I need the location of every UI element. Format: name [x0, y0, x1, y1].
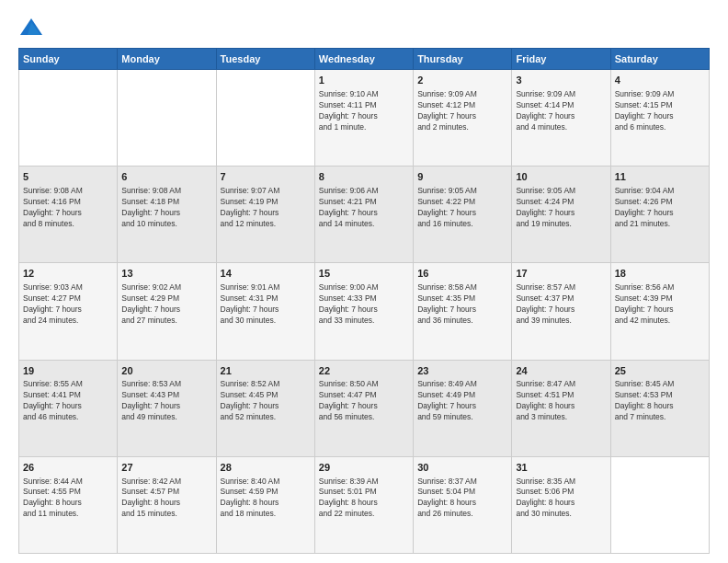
calendar-cell	[19, 70, 118, 167]
day-info: Sunrise: 9:00 AM Sunset: 4:33 PM Dayligh…	[319, 282, 409, 327]
day-number: 28	[221, 461, 311, 475]
day-info: Sunrise: 9:03 AM Sunset: 4:27 PM Dayligh…	[23, 282, 113, 327]
calendar-week-row: 12Sunrise: 9:03 AM Sunset: 4:27 PM Dayli…	[19, 263, 710, 360]
calendar-cell: 28Sunrise: 8:40 AM Sunset: 4:59 PM Dayli…	[216, 456, 314, 553]
day-number: 9	[417, 170, 507, 184]
weekday-header: Monday	[118, 49, 216, 70]
day-info: Sunrise: 9:07 AM Sunset: 4:19 PM Dayligh…	[221, 186, 311, 230]
weekday-header: Friday	[512, 49, 610, 70]
day-number: 2	[417, 74, 507, 87]
day-info: Sunrise: 8:37 AM Sunset: 5:04 PM Dayligh…	[417, 477, 507, 521]
day-info: Sunrise: 8:50 AM Sunset: 4:47 PM Dayligh…	[319, 379, 409, 423]
day-info: Sunrise: 9:09 AM Sunset: 4:12 PM Dayligh…	[417, 89, 507, 133]
day-number: 21	[221, 364, 311, 378]
day-info: Sunrise: 9:06 AM Sunset: 4:21 PM Dayligh…	[319, 186, 409, 230]
calendar: SundayMondayTuesdayWednesdayThursdayFrid…	[18, 48, 710, 554]
day-number: 4	[615, 74, 705, 87]
day-info: Sunrise: 8:56 AM Sunset: 4:39 PM Dayligh…	[615, 282, 705, 327]
day-info: Sunrise: 9:05 AM Sunset: 4:22 PM Dayligh…	[417, 186, 507, 230]
calendar-cell: 24Sunrise: 8:47 AM Sunset: 4:51 PM Dayli…	[512, 360, 610, 456]
day-number: 31	[516, 461, 606, 475]
weekday-header: Sunday	[19, 49, 118, 70]
day-info: Sunrise: 9:08 AM Sunset: 4:16 PM Dayligh…	[23, 186, 113, 230]
day-info: Sunrise: 8:52 AM Sunset: 4:45 PM Dayligh…	[221, 379, 311, 423]
calendar-cell: 16Sunrise: 8:58 AM Sunset: 4:35 PM Dayli…	[414, 263, 512, 360]
weekday-header: Thursday	[414, 49, 512, 70]
day-number: 25	[615, 364, 705, 378]
day-info: Sunrise: 9:10 AM Sunset: 4:11 PM Dayligh…	[319, 89, 409, 133]
calendar-header: SundayMondayTuesdayWednesdayThursdayFrid…	[19, 49, 710, 70]
day-info: Sunrise: 9:08 AM Sunset: 4:18 PM Dayligh…	[121, 186, 211, 230]
calendar-cell: 9Sunrise: 9:05 AM Sunset: 4:22 PM Daylig…	[414, 167, 512, 263]
calendar-cell: 21Sunrise: 8:52 AM Sunset: 4:45 PM Dayli…	[216, 360, 314, 456]
day-number: 24	[516, 364, 606, 378]
calendar-cell: 12Sunrise: 9:03 AM Sunset: 4:27 PM Dayli…	[19, 263, 118, 360]
day-info: Sunrise: 8:39 AM Sunset: 5:01 PM Dayligh…	[319, 477, 409, 521]
calendar-body: 1Sunrise: 9:10 AM Sunset: 4:11 PM Daylig…	[19, 70, 710, 554]
day-number: 17	[516, 267, 606, 281]
day-number: 22	[319, 364, 409, 378]
day-info: Sunrise: 8:40 AM Sunset: 4:59 PM Dayligh…	[221, 477, 311, 521]
calendar-cell: 7Sunrise: 9:07 AM Sunset: 4:19 PM Daylig…	[216, 167, 314, 263]
day-info: Sunrise: 9:01 AM Sunset: 4:31 PM Dayligh…	[221, 282, 311, 327]
calendar-cell: 23Sunrise: 8:49 AM Sunset: 4:49 PM Dayli…	[414, 360, 512, 456]
day-number: 15	[319, 267, 409, 281]
page: SundayMondayTuesdayWednesdayThursdayFrid…	[0, 0, 728, 563]
day-info: Sunrise: 9:09 AM Sunset: 4:15 PM Dayligh…	[615, 89, 705, 133]
calendar-cell: 14Sunrise: 9:01 AM Sunset: 4:31 PM Dayli…	[216, 263, 314, 360]
day-number: 27	[121, 461, 211, 475]
calendar-cell	[610, 456, 709, 553]
calendar-cell: 6Sunrise: 9:08 AM Sunset: 4:18 PM Daylig…	[118, 167, 216, 263]
day-info: Sunrise: 8:47 AM Sunset: 4:51 PM Dayligh…	[516, 379, 606, 423]
day-number: 29	[319, 461, 409, 475]
day-number: 26	[23, 461, 113, 475]
day-info: Sunrise: 8:44 AM Sunset: 4:55 PM Dayligh…	[23, 477, 113, 521]
day-info: Sunrise: 8:58 AM Sunset: 4:35 PM Dayligh…	[417, 282, 507, 327]
calendar-cell: 31Sunrise: 8:35 AM Sunset: 5:06 PM Dayli…	[512, 456, 610, 553]
day-number: 10	[516, 170, 606, 184]
day-number: 16	[417, 267, 507, 281]
day-info: Sunrise: 9:05 AM Sunset: 4:24 PM Dayligh…	[516, 186, 606, 230]
day-number: 19	[23, 364, 113, 378]
day-number: 3	[516, 74, 606, 87]
day-number: 1	[319, 74, 409, 87]
day-info: Sunrise: 8:55 AM Sunset: 4:41 PM Dayligh…	[23, 379, 113, 423]
calendar-cell	[118, 70, 216, 167]
weekday-header: Wednesday	[314, 49, 413, 70]
day-info: Sunrise: 8:57 AM Sunset: 4:37 PM Dayligh…	[516, 282, 606, 327]
weekday-header: Saturday	[610, 49, 709, 70]
calendar-week-row: 5Sunrise: 9:08 AM Sunset: 4:16 PM Daylig…	[19, 167, 710, 263]
day-info: Sunrise: 8:45 AM Sunset: 4:53 PM Dayligh…	[615, 379, 705, 423]
day-info: Sunrise: 8:35 AM Sunset: 5:06 PM Dayligh…	[516, 477, 606, 521]
calendar-cell: 20Sunrise: 8:53 AM Sunset: 4:43 PM Dayli…	[118, 360, 216, 456]
calendar-cell	[216, 70, 314, 167]
calendar-cell: 13Sunrise: 9:02 AM Sunset: 4:29 PM Dayli…	[118, 263, 216, 360]
calendar-cell: 22Sunrise: 8:50 AM Sunset: 4:47 PM Dayli…	[314, 360, 413, 456]
day-info: Sunrise: 8:53 AM Sunset: 4:43 PM Dayligh…	[121, 379, 211, 423]
calendar-cell: 30Sunrise: 8:37 AM Sunset: 5:04 PM Dayli…	[414, 456, 512, 553]
logo	[18, 15, 48, 40]
calendar-cell: 25Sunrise: 8:45 AM Sunset: 4:53 PM Dayli…	[610, 360, 709, 456]
calendar-cell: 1Sunrise: 9:10 AM Sunset: 4:11 PM Daylig…	[314, 70, 413, 167]
day-number: 20	[121, 364, 211, 378]
day-number: 5	[23, 170, 113, 184]
day-number: 12	[23, 267, 113, 281]
day-number: 14	[221, 267, 311, 281]
day-number: 7	[221, 170, 311, 184]
day-number: 11	[615, 170, 705, 184]
calendar-cell: 2Sunrise: 9:09 AM Sunset: 4:12 PM Daylig…	[414, 70, 512, 167]
day-number: 23	[417, 364, 507, 378]
weekday-header: Tuesday	[216, 49, 314, 70]
day-info: Sunrise: 9:02 AM Sunset: 4:29 PM Dayligh…	[121, 282, 211, 327]
day-info: Sunrise: 9:09 AM Sunset: 4:14 PM Dayligh…	[516, 89, 606, 133]
day-info: Sunrise: 8:42 AM Sunset: 4:57 PM Dayligh…	[121, 477, 211, 521]
calendar-cell: 18Sunrise: 8:56 AM Sunset: 4:39 PM Dayli…	[610, 263, 709, 360]
calendar-week-row: 19Sunrise: 8:55 AM Sunset: 4:41 PM Dayli…	[19, 360, 710, 456]
calendar-cell: 11Sunrise: 9:04 AM Sunset: 4:26 PM Dayli…	[610, 167, 709, 263]
calendar-cell: 15Sunrise: 9:00 AM Sunset: 4:33 PM Dayli…	[314, 263, 413, 360]
calendar-cell: 29Sunrise: 8:39 AM Sunset: 5:01 PM Dayli…	[314, 456, 413, 553]
calendar-cell: 26Sunrise: 8:44 AM Sunset: 4:55 PM Dayli…	[19, 456, 118, 553]
day-info: Sunrise: 8:49 AM Sunset: 4:49 PM Dayligh…	[417, 379, 507, 423]
calendar-cell: 17Sunrise: 8:57 AM Sunset: 4:37 PM Dayli…	[512, 263, 610, 360]
calendar-week-row: 26Sunrise: 8:44 AM Sunset: 4:55 PM Dayli…	[19, 456, 710, 553]
